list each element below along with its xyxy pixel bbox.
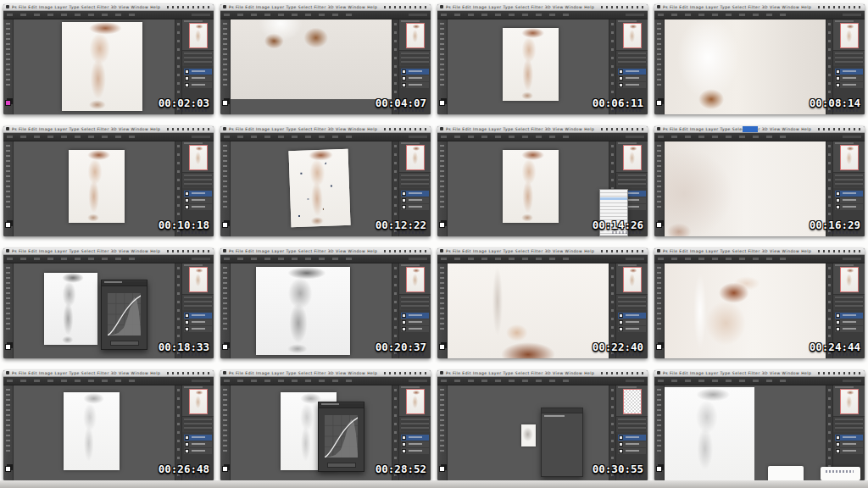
video-frame-thumbnail[interactable]: Ps File Edit Image Layer Type Select Fil… — [437, 370, 648, 480]
photo-document — [231, 19, 392, 99]
layer-row-selected — [184, 313, 212, 319]
navigator-thumbnail — [623, 145, 642, 170]
video-frame-thumbnail[interactable]: Ps File Edit Image Layer Type Select Fil… — [3, 370, 214, 480]
video-frame-thumbnail[interactable]: Ps File Edit Image Layer Type Select Fil… — [220, 4, 431, 114]
overlay-window — [768, 466, 804, 480]
photo-document — [289, 149, 351, 227]
tools-panel — [437, 19, 448, 114]
contact-sheet: Ps File Edit Image Layer Type Select Fil… — [0, 0, 868, 488]
video-frame-thumbnail[interactable]: Ps File Edit Image Layer Type Select Fil… — [437, 126, 648, 236]
video-frame-thumbnail[interactable]: Ps File Edit Image Layer Type Select Fil… — [3, 248, 214, 358]
layer-row — [835, 326, 863, 332]
overlay-window — [821, 467, 860, 480]
video-frame-thumbnail[interactable]: Ps File Edit Image Layer Type Select Fil… — [437, 248, 648, 358]
document-canvas — [231, 385, 392, 480]
highlighted-menu-item — [743, 126, 758, 132]
layer-row — [401, 197, 429, 203]
mac-menu-bar: Ps File Edit Image Layer Type Select Fil… — [220, 126, 431, 133]
layer-row-selected — [618, 313, 646, 319]
menu-bar-status-icons — [818, 6, 862, 8]
adjustments-rows — [401, 297, 429, 309]
apple-menu-icon — [6, 127, 9, 130]
timecode-overlay: 00:08:14 — [810, 98, 860, 109]
document-canvas — [448, 263, 609, 358]
video-frame-thumbnail[interactable]: Ps File Edit Image Layer Type Select Fil… — [220, 248, 431, 358]
video-frame-thumbnail[interactable]: Ps File Edit Image Layer Type Select Fil… — [3, 126, 214, 236]
layer-row — [401, 319, 429, 325]
menu-bar-status-icons — [167, 250, 211, 252]
document-canvas — [14, 141, 175, 236]
menu-bar-items: Ps File Edit Image Layer Type Select Fil… — [663, 126, 811, 132]
tools-panel — [437, 263, 448, 358]
layer-row-selected — [835, 69, 863, 75]
tool-options-bar — [654, 133, 865, 141]
layer-row-selected — [401, 69, 429, 75]
timecode-overlay: 00:30:55 — [593, 464, 643, 475]
tool-options-bar — [437, 255, 648, 263]
navigator-panel — [833, 19, 865, 51]
layer-row — [401, 75, 429, 81]
video-frame-cell: Ps File Edit Image Layer Type Select Fil… — [217, 122, 434, 244]
photo-document — [503, 28, 559, 101]
apple-menu-icon — [440, 249, 443, 252]
adjustments-rows — [835, 175, 863, 187]
menu-bar-items: Ps File Edit Image Layer Type Select Fil… — [446, 370, 594, 376]
video-frame-thumbnail[interactable]: Ps File Edit Image Layer Type Select Fil… — [220, 126, 431, 236]
tools-panel — [220, 19, 231, 114]
menu-bar-items: Ps File Edit Image Layer Type Select Fil… — [229, 248, 377, 254]
menu-bar-items: Ps File Edit Image Layer Type Select Fil… — [446, 126, 594, 132]
navigator-panel — [399, 385, 431, 417]
apple-menu-icon — [657, 127, 660, 130]
video-frame-cell: Ps File Edit Image Layer Type Select Fil… — [0, 366, 217, 488]
video-frame-cell: Ps File Edit Image Layer Type Select Fil… — [0, 0, 217, 122]
video-frame-thumbnail[interactable]: Ps File Edit Image Layer Type Select Fil… — [654, 126, 865, 236]
mac-menu-bar: Ps File Edit Image Layer Type Select Fil… — [220, 4, 431, 11]
foreground-color-swatch — [439, 466, 445, 472]
navigator-thumbnail — [840, 145, 859, 170]
video-frame-thumbnail[interactable]: Ps File Edit Image Layer Type Select Fil… — [654, 4, 865, 114]
layer-row — [401, 441, 429, 447]
tools-panel — [220, 263, 231, 358]
apple-menu-icon — [223, 249, 226, 252]
document-canvas — [231, 141, 392, 236]
video-frame-cell: Ps File Edit Image Layer Type Select Fil… — [0, 122, 217, 244]
layer-row — [401, 204, 429, 210]
layer-row-selected — [835, 435, 863, 441]
foreground-color-swatch — [222, 344, 228, 350]
video-frame-cell: Ps File Edit Image Layer Type Select Fil… — [217, 244, 434, 366]
video-frame-thumbnail[interactable]: Ps File Edit Image Layer Type Select Fil… — [654, 248, 865, 358]
photo-document — [62, 22, 142, 110]
mac-menu-bar: Ps File Edit Image Layer Type Select Fil… — [220, 370, 431, 377]
mac-menu-bar: Ps File Edit Image Layer Type Select Fil… — [220, 248, 431, 255]
tools-panel — [654, 385, 665, 480]
video-frame-thumbnail[interactable]: Ps File Edit Image Layer Type Select Fil… — [220, 370, 431, 480]
photo-document — [64, 392, 120, 470]
foreground-color-swatch — [5, 466, 11, 472]
menu-bar-items: Ps File Edit Image Layer Type Select Fil… — [663, 4, 811, 10]
adjustments-rows — [618, 175, 646, 187]
image-fragment — [521, 424, 536, 446]
navigator-thumbnail — [189, 23, 208, 48]
navigator-thumbnail — [840, 23, 859, 48]
layer-row — [835, 197, 863, 203]
layer-row — [401, 448, 429, 454]
video-frame-thumbnail[interactable]: Ps File Edit Image Layer Type Select Fil… — [437, 4, 648, 114]
tools-panel — [654, 141, 665, 236]
menu-bar-status-icons — [167, 128, 211, 130]
foreground-color-swatch — [222, 466, 228, 472]
navigator-thumbnail — [406, 145, 425, 170]
foreground-color-swatch — [656, 222, 662, 228]
apple-menu-icon — [657, 249, 660, 252]
menu-bar-status-icons — [384, 6, 428, 8]
document-canvas — [231, 19, 392, 114]
adjustments-rows — [184, 297, 212, 309]
menu-bar-status-icons — [384, 250, 428, 252]
tool-options-bar — [3, 133, 214, 141]
video-frame-thumbnail[interactable]: Ps File Edit Image Layer Type Select Fil… — [3, 4, 214, 114]
layer-row-selected — [184, 191, 212, 197]
adjustments-rows — [835, 297, 863, 309]
adjustments-rows — [401, 53, 429, 65]
foreground-color-swatch — [656, 466, 662, 472]
layer-row — [618, 75, 646, 81]
video-frame-thumbnail[interactable]: Ps File Edit Image Layer Type Select Fil… — [654, 370, 865, 480]
